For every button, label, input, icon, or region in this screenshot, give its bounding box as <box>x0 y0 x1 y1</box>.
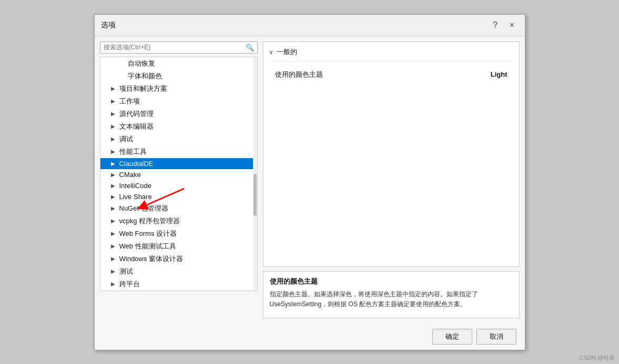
settings-row: 使用的颜色主题Light <box>269 68 514 81</box>
tree-label-intellicode: IntelliCode <box>119 182 151 190</box>
tree-item-debug[interactable]: ▶调试 <box>100 133 257 145</box>
tree-item-cmake[interactable]: ▶CMake <box>100 169 257 180</box>
tree-item-webperf[interactable]: ▶Web 性能测试工具 <box>100 240 257 253</box>
tree-label-texteditor: 文本编辑器 <box>119 122 154 131</box>
tree-label-nuget: NuGet 包管理器 <box>119 204 168 213</box>
tree-item-texteditor[interactable]: ▶文本编辑器 <box>100 120 257 133</box>
dialog-body: 🔍 自动恢复字体和颜色▶项目和解决方案▶工作项▶源代码管理▶文本编辑器▶调试▶性… <box>95 36 525 324</box>
search-box[interactable]: 🔍 <box>100 41 258 54</box>
section-collapse-arrow[interactable]: ∨ <box>269 48 273 56</box>
tree-label-workitem: 工作项 <box>119 97 140 106</box>
tree-arrow-nuget: ▶ <box>111 205 117 211</box>
tree-label-autorecover: 自动恢复 <box>128 59 155 68</box>
section-title: 一般的 <box>277 47 297 57</box>
right-panel: ∨ 一般的 使用的颜色主题Light 使用的颜色主题 指定颜色主题。如果选择深色… <box>263 41 520 318</box>
titlebar: 选项 ? × <box>95 15 525 36</box>
tree-arrow-project: ▶ <box>111 86 117 91</box>
ok-button[interactable]: 确定 <box>432 329 472 345</box>
tree-arrow-texteditor: ▶ <box>111 123 117 129</box>
tree-label-sourcecontrol: 源代码管理 <box>119 109 154 119</box>
tree-label-cmake: CMake <box>119 171 141 179</box>
search-input[interactable] <box>104 44 243 51</box>
left-panel-container: 🔍 自动恢复字体和颜色▶项目和解决方案▶工作项▶源代码管理▶文本编辑器▶调试▶性… <box>100 41 258 318</box>
tree-label-debug: 调试 <box>119 134 133 144</box>
tree-label-windowsdesigner: Windows 窗体设计器 <box>119 254 183 264</box>
tree-arrow-sourcecontrol: ▶ <box>111 111 117 117</box>
tree-arrow-debug: ▶ <box>111 136 117 142</box>
tree-item-fontcolor[interactable]: 字体和颜色 <box>100 70 257 82</box>
tree-label-claudiaide: ClaudialDE <box>119 160 154 168</box>
tree-item-windowsdesigner[interactable]: ▶Windows 窗体设计器 <box>100 253 257 265</box>
tree-arrow-liveshare: ▶ <box>111 194 117 200</box>
description-title: 使用的颜色主题 <box>270 277 513 286</box>
tree-item-claudiaide[interactable]: ▶ClaudialDE <box>100 158 257 169</box>
tree-item-perftools[interactable]: ▶性能工具 <box>100 145 257 158</box>
titlebar-controls: ? × <box>489 19 519 32</box>
options-dialog: 选项 ? × 🔍 自动恢复字体和颜色▶项目和解决 <box>94 14 525 350</box>
tree-item-workitem[interactable]: ▶工作项 <box>100 95 257 108</box>
scrollbar-thumb <box>253 174 257 216</box>
watermark: CSDN @铃东 <box>580 354 615 362</box>
tree-item-sourcecontrol[interactable]: ▶源代码管理 <box>100 108 257 120</box>
tree-arrow-perftools: ▶ <box>111 149 117 154</box>
tree-arrow-test: ▶ <box>111 268 117 274</box>
tree-label-webperf: Web 性能测试工具 <box>119 242 176 251</box>
tree-item-test[interactable]: ▶测试 <box>100 265 257 278</box>
help-button[interactable]: ? <box>489 19 502 32</box>
settings-rows: 使用的颜色主题Light <box>269 68 514 81</box>
close-button[interactable]: × <box>506 19 519 32</box>
description-text: 指定颜色主题。如果选择深色，将使用深色主题中指定的内容。如果指定了 UseSys… <box>270 289 513 309</box>
tree-items-list: 自动恢复字体和颜色▶项目和解决方案▶工作项▶源代码管理▶文本编辑器▶调试▶性能工… <box>100 57 257 290</box>
tree-container[interactable]: 自动恢复字体和颜色▶项目和解决方案▶工作项▶源代码管理▶文本编辑器▶调试▶性能工… <box>100 57 258 291</box>
tree-item-project[interactable]: ▶项目和解决方案 <box>100 82 257 95</box>
tree-arrow-webperf: ▶ <box>111 243 117 249</box>
search-icon: 🔍 <box>246 44 254 51</box>
settings-header: ∨ 一般的 <box>269 47 514 61</box>
cancel-button[interactable]: 取消 <box>476 329 516 345</box>
tree-label-webforms: Web Forms 设计器 <box>119 229 177 238</box>
tree-arrow-crossplatform: ▶ <box>111 281 117 287</box>
settings-row-label: 使用的颜色主题 <box>275 70 491 79</box>
tree-label-fontcolor: 字体和颜色 <box>128 71 162 81</box>
dialog-title: 选项 <box>101 20 116 30</box>
tree-arrow-vcpkg: ▶ <box>111 218 117 224</box>
tree-label-crossplatform: 跨平台 <box>119 279 140 289</box>
tree-label-project: 项目和解决方案 <box>119 84 167 93</box>
settings-row-value: Light <box>491 70 508 78</box>
dialog-overlay: 选项 ? × 🔍 自动恢复字体和颜色▶项目和解决 <box>0 0 619 364</box>
tree-arrow-intellicode: ▶ <box>111 183 117 189</box>
dialog-footer: 确定 取消 <box>95 324 525 350</box>
tree-item-vcpkg[interactable]: ▶vcpkg 程序包管理器 <box>100 215 257 227</box>
tree-label-perftools: 性能工具 <box>119 147 147 157</box>
settings-area: ∨ 一般的 使用的颜色主题Light <box>263 41 520 267</box>
tree-arrow-webforms: ▶ <box>111 231 117 236</box>
tree-item-nuget[interactable]: ▶NuGet 包管理器 <box>100 202 257 215</box>
left-panel: 🔍 自动恢复字体和颜色▶项目和解决方案▶工作项▶源代码管理▶文本编辑器▶调试▶性… <box>100 41 258 291</box>
tree-label-vcpkg: vcpkg 程序包管理器 <box>119 216 180 226</box>
tree-arrow-claudiaide: ▶ <box>111 161 117 167</box>
scrollbar[interactable] <box>253 57 257 290</box>
tree-item-crossplatform[interactable]: ▶跨平台 <box>100 278 257 290</box>
tree-arrow-workitem: ▶ <box>111 98 117 104</box>
tree-item-intellicode[interactable]: ▶IntelliCode <box>100 180 257 191</box>
description-area: 使用的颜色主题 指定颜色主题。如果选择深色，将使用深色主题中指定的内容。如果指定… <box>263 271 520 318</box>
tree-item-webforms[interactable]: ▶Web Forms 设计器 <box>100 227 257 240</box>
tree-label-test: 测试 <box>119 267 133 276</box>
tree-label-liveshare: Live Share <box>119 193 152 201</box>
tree-arrow-cmake: ▶ <box>111 172 117 178</box>
tree-arrow-windowsdesigner: ▶ <box>111 256 117 262</box>
tree-item-liveshare[interactable]: ▶Live Share <box>100 191 257 202</box>
tree-item-autorecover[interactable]: 自动恢复 <box>100 57 257 70</box>
